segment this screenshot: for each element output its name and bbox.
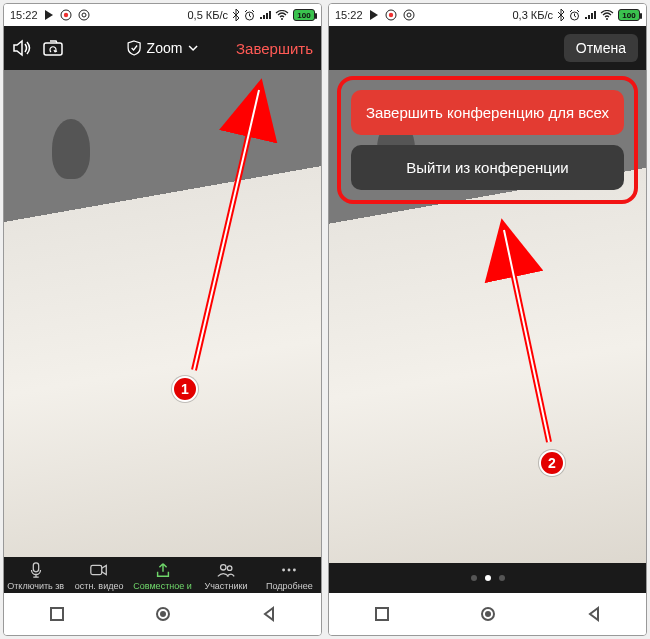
svg-point-13 [282,569,285,572]
svg-rect-9 [33,563,38,572]
svg-point-2 [79,10,89,20]
svg-point-15 [293,569,296,572]
svg-point-3 [82,13,86,17]
svg-point-29 [485,611,491,617]
video-label: остн. видео [75,581,124,591]
bluetooth-icon [557,9,565,21]
nav-home-icon[interactable] [479,605,497,623]
wifi-icon [600,10,614,20]
svg-rect-16 [51,608,63,620]
browser-icon [60,9,72,21]
svg-point-5 [281,18,283,20]
end-for-all-button[interactable]: Завершить конференцию для всех [351,90,624,135]
app-title[interactable]: Zoom [147,40,183,56]
alarm-icon [569,10,580,21]
battery-icon: 100 [293,9,315,21]
speaker-icon[interactable] [12,39,32,57]
android-navbar [329,593,646,635]
video-button[interactable]: остн. видео [67,561,130,591]
share-button[interactable]: Совместное и [131,561,194,591]
more-button[interactable]: Подробнее [258,561,321,591]
more-label: Подробнее [266,581,313,591]
participants-label: Участники [204,581,247,591]
phone-left: 15:22 0,5 КБ/с 100 Zoom Завершить 1 [3,3,322,636]
end-dialog: Завершить конференцию для всех Выйти из … [337,76,638,204]
dot-1 [471,575,477,581]
battery-icon: 100 [618,9,640,21]
video-area[interactable]: 1 [4,70,321,557]
svg-point-18 [160,611,166,617]
svg-rect-6 [44,43,62,55]
callout-badge-2: 2 [539,450,565,476]
dot-3 [499,575,505,581]
svg-rect-27 [376,608,388,620]
callout-badge-1: 1 [172,376,198,402]
status-net: 0,5 КБ/с [187,9,228,21]
svg-point-22 [407,13,411,17]
status-bar: 15:22 0,3 КБ/с 100 [329,4,646,26]
page-indicator [329,563,646,593]
mute-label: Отключить зв [7,581,64,591]
bluetooth-icon [232,9,240,21]
end-button[interactable]: Завершить [236,40,313,57]
phone-right: 15:22 0,3 КБ/с 100 Отмена Завершить конф… [328,3,647,636]
chrome-icon [78,9,90,21]
status-bar: 15:22 0,5 КБ/с 100 [4,4,321,26]
dot-2 [485,575,491,581]
mute-button[interactable]: Отключить зв [4,561,67,591]
svg-point-1 [63,13,67,17]
svg-point-14 [288,569,291,572]
participants-button[interactable]: Участники [194,561,257,591]
chevron-down-icon[interactable] [188,44,198,52]
zoom-bottom-toolbar: Отключить зв остн. видео Совместное и Уч… [4,557,321,593]
leave-button[interactable]: Выйти из конференции [351,145,624,190]
svg-point-12 [227,566,232,571]
play-store-icon [369,10,379,20]
svg-point-21 [404,10,414,20]
cancel-button[interactable]: Отмена [564,34,638,62]
nav-back-icon[interactable] [586,606,602,622]
status-net: 0,3 КБ/с [512,9,553,21]
chrome-icon [403,9,415,21]
nav-recent-icon[interactable] [374,606,390,622]
alarm-icon [244,10,255,21]
svg-point-24 [606,18,608,20]
svg-point-20 [388,13,392,17]
svg-point-11 [220,565,225,570]
nav-recent-icon[interactable] [49,606,65,622]
cellular-icon [584,10,596,20]
nav-back-icon[interactable] [261,606,277,622]
android-navbar [4,593,321,635]
cellular-icon [259,10,271,20]
svg-rect-10 [91,565,102,574]
video-area[interactable]: Завершить конференцию для всех Выйти из … [329,70,646,563]
play-store-icon [44,10,54,20]
camera-feed [4,70,321,557]
nav-home-icon[interactable] [154,605,172,623]
switch-camera-icon[interactable] [42,39,64,57]
app-toolbar: Zoom Завершить [4,26,321,70]
status-time: 15:22 [335,9,363,21]
share-label: Совместное и [133,581,192,591]
app-toolbar: Отмена [329,26,646,70]
shield-icon[interactable] [127,40,141,56]
status-time: 15:22 [10,9,38,21]
browser-icon [385,9,397,21]
wifi-icon [275,10,289,20]
